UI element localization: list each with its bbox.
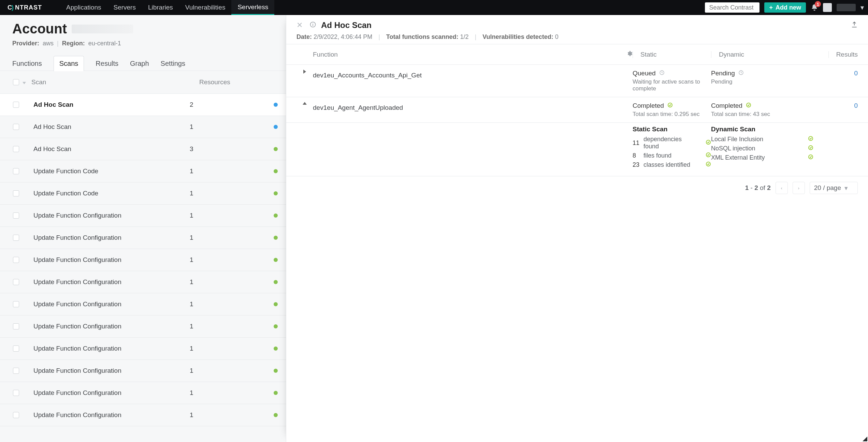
drawer-title: Ad Hoc Scan — [321, 20, 372, 30]
scan-name: Update Function Configuration — [33, 389, 184, 397]
check-circle-icon — [808, 145, 813, 152]
resize-handle-icon[interactable] — [863, 437, 867, 441]
global-search[interactable] — [705, 2, 760, 13]
row-checkbox[interactable] — [13, 102, 19, 108]
scan-row[interactable]: Update Function Configuration1 — [0, 293, 286, 315]
row-checkbox[interactable] — [13, 412, 19, 418]
scan-row[interactable]: Update Function Code1 — [0, 160, 286, 182]
static-scan-title: Static Scan — [633, 126, 711, 133]
scan-resources: 1 — [190, 323, 268, 330]
nav-applications[interactable]: Applications — [60, 0, 107, 15]
scan-row[interactable]: Update Function Configuration1 — [0, 404, 286, 426]
functions-table-header: Function Static Dynamic Results — [286, 44, 868, 65]
row-checkbox[interactable] — [13, 345, 19, 352]
row-checkbox[interactable] — [13, 279, 19, 285]
scan-name: Update Function Configuration — [33, 323, 184, 330]
scan-row[interactable]: Update Function Configuration1 — [0, 360, 286, 382]
scans-list: Scan Resources Ad Hoc Scan2Ad Hoc Scan1A… — [0, 71, 286, 426]
column-resources-header[interactable]: Resources — [199, 78, 278, 86]
add-new-label: Add new — [776, 4, 801, 11]
function-row[interactable]: dev1eu_Agent_AgentUploadedCompletedTotal… — [286, 97, 868, 123]
svg-text:): ) — [12, 4, 14, 11]
close-icon[interactable]: ✕ — [296, 21, 303, 30]
row-checkbox[interactable] — [13, 124, 19, 130]
scan-row[interactable]: Update Function Code1 — [0, 182, 286, 205]
row-checkbox[interactable] — [13, 301, 19, 307]
row-checkbox[interactable] — [13, 212, 19, 219]
tab-scans[interactable]: Scans — [54, 56, 84, 71]
scan-name: Update Function Configuration — [33, 300, 184, 308]
scan-row[interactable]: Update Function Configuration1 — [0, 271, 286, 293]
org-switcher[interactable] — [837, 4, 856, 11]
nav-vulnerabilities[interactable]: Vulnerabilities — [179, 0, 232, 15]
pager-prev-button[interactable]: ‹ — [776, 182, 788, 194]
column-static-header[interactable]: Static — [640, 51, 657, 58]
page-size-select[interactable]: 20 / page ▾ — [810, 182, 858, 194]
row-checkbox[interactable] — [13, 235, 19, 241]
nav-servers[interactable]: Servers — [107, 0, 142, 15]
select-all-checkbox[interactable] — [13, 79, 19, 85]
add-new-button[interactable]: + Add new — [764, 2, 806, 13]
scan-row[interactable]: Ad Hoc Scan1 — [0, 116, 286, 138]
scan-resources: 1 — [190, 411, 268, 419]
tab-functions[interactable]: Functions — [12, 60, 42, 68]
dynamic-status: Pending — [711, 70, 735, 77]
row-checkbox[interactable] — [13, 390, 19, 396]
static-item-text: files found — [643, 152, 671, 159]
results-link[interactable]: 0 — [854, 70, 858, 77]
tab-settings[interactable]: Settings — [161, 60, 185, 68]
pager-next-button[interactable]: › — [793, 182, 805, 194]
scan-name: Update Function Configuration — [33, 212, 184, 219]
row-checkbox[interactable] — [13, 146, 19, 152]
function-row[interactable]: dev1eu_Accounts_Accounts_Api_GetQueuedWa… — [286, 65, 868, 97]
dynamic-scan-title: Dynamic Scan — [711, 126, 813, 133]
scan-row[interactable]: Update Function Configuration1 — [0, 338, 286, 360]
chevron-down-icon[interactable] — [23, 78, 26, 86]
nav-serverless[interactable]: Serverless — [231, 0, 274, 15]
row-checkbox[interactable] — [13, 323, 19, 329]
column-dynamic-header[interactable]: Dynamic — [719, 51, 744, 58]
vuln-label: Vulnerabilities detected: — [482, 33, 553, 40]
status-dot-icon — [274, 258, 278, 262]
results-link[interactable]: 0 — [854, 102, 858, 109]
expand-toggle[interactable] — [296, 102, 313, 105]
top-bar: C ) NTRAST Applications Servers Librarie… — [0, 0, 868, 15]
avatar[interactable] — [823, 3, 832, 12]
scan-row[interactable]: Update Function Configuration1 — [0, 227, 286, 249]
row-checkbox[interactable] — [13, 190, 19, 196]
tab-results[interactable]: Results — [96, 60, 118, 68]
gear-icon[interactable] — [626, 50, 633, 58]
scan-row[interactable]: Update Function Configuration1 — [0, 249, 286, 271]
chevron-down-icon[interactable]: ▾ — [860, 3, 864, 12]
row-checkbox[interactable] — [13, 257, 19, 263]
topbar-right-cluster: + Add new 1 ▾ — [705, 2, 864, 13]
dynamic-substatus: Total scan time: 43 sec — [711, 111, 813, 118]
scan-row[interactable]: Ad Hoc Scan3 — [0, 138, 286, 160]
column-function-header[interactable]: Function — [313, 51, 338, 58]
search-input[interactable] — [708, 4, 756, 12]
tab-graph[interactable]: Graph — [130, 60, 149, 68]
clock-icon — [738, 70, 744, 77]
column-scan-header[interactable]: Scan — [31, 78, 194, 86]
dynamic-item-text: XML External Entity — [711, 154, 765, 161]
scan-row[interactable]: Update Function Configuration1 — [0, 205, 286, 227]
notifications-button[interactable]: 1 — [811, 4, 818, 11]
scan-resources: 1 — [190, 345, 268, 352]
static-status: Completed — [633, 102, 664, 109]
expand-toggle[interactable] — [296, 70, 313, 74]
page-title: Account — [12, 21, 67, 36]
nav-libraries[interactable]: Libraries — [142, 0, 179, 15]
export-icon[interactable] — [851, 21, 858, 30]
static-substatus: Total scan time: 0.295 sec — [633, 111, 711, 118]
row-checkbox[interactable] — [13, 168, 19, 174]
scan-name: Update Function Code — [33, 167, 184, 175]
check-circle-icon — [808, 154, 813, 161]
row-checkbox[interactable] — [13, 368, 19, 374]
scan-row[interactable]: Update Function Configuration1 — [0, 382, 286, 404]
pager-dash: - — [751, 184, 755, 191]
scan-row[interactable]: Ad Hoc Scan2 — [0, 94, 286, 116]
scan-row[interactable]: Update Function Configuration1 — [0, 315, 286, 338]
brand[interactable]: C ) NTRAST — [8, 4, 50, 11]
column-results-header[interactable]: Results — [836, 51, 858, 58]
check-circle-icon — [808, 136, 813, 143]
